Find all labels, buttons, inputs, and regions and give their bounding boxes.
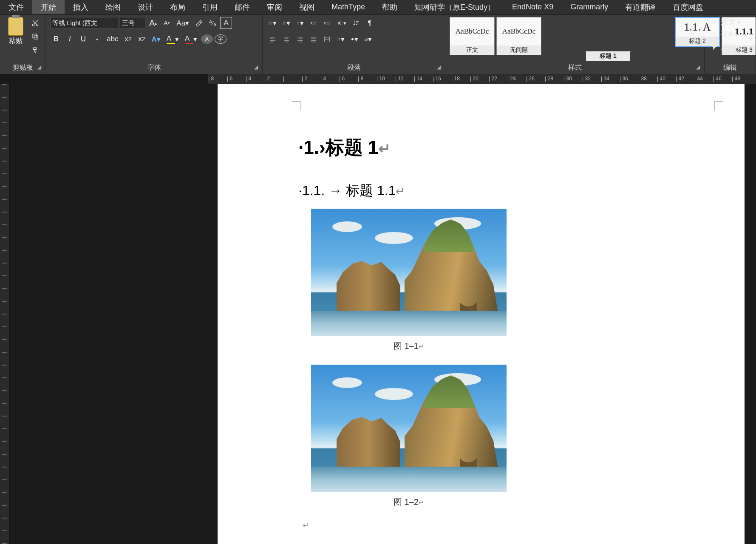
horizontal-ruler[interactable]: | 8| 6| 4| 2| | 2| 4| 6| 8| 10| 12| 14| …	[208, 74, 756, 84]
ruler-tick: | 32	[582, 76, 591, 82]
superscript-button[interactable]: x2	[136, 33, 147, 45]
highlight-button[interactable]: A▾	[164, 33, 181, 45]
multilevel-list-button[interactable]: ▾	[294, 17, 306, 29]
menu-知网研学（原E-Study）[interactable]: 知网研学（原E-Study）	[406, 0, 504, 14]
image-2[interactable]	[311, 365, 507, 492]
menu-审阅[interactable]: 审阅	[258, 0, 291, 14]
ruler-tick: | 2	[264, 76, 270, 82]
ruler-tick: | 8	[358, 76, 363, 82]
line-spacing-button[interactable]: ▾	[335, 33, 347, 45]
increase-indent-button[interactable]	[321, 17, 333, 29]
align-left-button[interactable]	[267, 33, 279, 45]
paragraph-launcher-icon[interactable]: ◢	[437, 64, 441, 70]
image-1[interactable]	[311, 209, 507, 336]
ruler-tick: | 18	[451, 76, 460, 82]
styles-launcher-icon[interactable]: ◢	[696, 64, 700, 70]
caption-2[interactable]: 图 1–2↵	[311, 496, 507, 508]
menu-设计[interactable]: 设计	[129, 0, 161, 14]
page[interactable]: ·1.›标题 1↵ ·1.1. → 标题 1.1↵ 图 1–1↵	[218, 84, 745, 544]
subscript-button[interactable]: x2	[122, 33, 134, 45]
menu-视图[interactable]: 视图	[291, 0, 323, 14]
bullets-button[interactable]: ▾	[267, 17, 279, 29]
ruler-tick: | 46	[713, 76, 722, 82]
borders-button[interactable]: ▾	[362, 33, 374, 45]
figure-2[interactable]: 图 1–2↵	[311, 365, 706, 508]
show-hide-button[interactable]: ¶	[364, 17, 376, 29]
svg-rect-3	[33, 34, 37, 38]
underline-button[interactable]: U	[77, 33, 89, 45]
align-center-button[interactable]	[280, 33, 292, 45]
font-group-label: 字体	[147, 64, 161, 71]
clear-format-button[interactable]	[193, 17, 205, 29]
vertical-ruler[interactable]	[0, 84, 9, 544]
svg-point-5	[269, 23, 270, 23]
format-painter-button[interactable]	[29, 44, 41, 56]
font-launcher-icon[interactable]: ◢	[254, 64, 258, 70]
text-effects-button[interactable]: A▾	[149, 33, 162, 45]
return-mark-icon: ↵	[419, 343, 424, 350]
style-无间隔[interactable]: AaBbCcDc无间隔	[496, 17, 541, 55]
menu-开始[interactable]: 开始	[32, 0, 65, 14]
menu-帮助[interactable]: 帮助	[374, 0, 406, 14]
ruler-tick: | 26	[526, 76, 535, 82]
asian-layout-button[interactable]: ✕ ▾	[335, 17, 348, 29]
cut-button[interactable]	[29, 17, 41, 29]
char-shading-button[interactable]: A	[201, 34, 213, 44]
return-mark-icon: ↵	[396, 185, 405, 197]
menu-Grammarly[interactable]: Grammarly	[562, 0, 617, 14]
underline-more-button[interactable]: ▾	[91, 33, 103, 45]
bold-button[interactable]: B	[50, 33, 62, 45]
phonetic-guide-button[interactable]: ᴬ⁄ₐ	[207, 17, 218, 29]
menu-插入[interactable]: 插入	[65, 0, 97, 14]
ruler-tick: | 10	[377, 76, 385, 82]
select-button[interactable]: 选择 ▾	[709, 42, 742, 52]
sort-button[interactable]	[350, 17, 362, 29]
font-family-select[interactable]	[50, 17, 118, 29]
decrease-indent-button[interactable]	[308, 17, 320, 29]
menu-有道翻译[interactable]: 有道翻译	[617, 0, 664, 14]
heading-1[interactable]: ·1.›标题 1↵	[298, 135, 706, 160]
copy-button[interactable]	[29, 31, 41, 42]
menu-百度网盘[interactable]: 百度网盘	[664, 0, 712, 14]
ruler-tick: | 38	[638, 76, 647, 82]
font-size-select[interactable]	[120, 17, 145, 29]
style-正文[interactable]: AaBbCcDc正文	[450, 17, 495, 55]
menu-EndNote X9[interactable]: EndNote X9	[504, 0, 562, 14]
italic-button[interactable]: I	[64, 33, 76, 45]
style-preview: AaBbCcDc	[450, 17, 494, 45]
distribute-button[interactable]	[321, 33, 333, 45]
menu-邮件[interactable]: 邮件	[226, 0, 258, 14]
clipboard-launcher-icon[interactable]: ◢	[37, 64, 41, 70]
paragraph-mark[interactable]: ↵	[303, 521, 706, 530]
replace-button[interactable]: 替换	[709, 29, 742, 40]
menu-MathType[interactable]: MathType	[323, 0, 374, 14]
menu-引用[interactable]: 引用	[194, 0, 226, 14]
ruler-tick: | 2	[302, 76, 307, 82]
shading-button[interactable]: ▾	[348, 33, 360, 45]
numbering-button[interactable]: 123▾	[280, 17, 292, 29]
heading-2[interactable]: ·1.1. → 标题 1.1↵	[298, 181, 706, 200]
shrink-font-button[interactable]: A▾	[161, 17, 173, 29]
style-标题 1[interactable]: 1. A标题 1	[586, 51, 631, 52]
group-styles: AaBbCcDc正文AaBbCcDc无间隔1. A标题 11.1. A标题 21…	[445, 14, 705, 74]
paste-button[interactable]: 粘贴	[4, 17, 27, 45]
menu-文件[interactable]: 文件	[0, 0, 32, 14]
clipboard-group-label: 剪贴板	[13, 64, 33, 71]
svg-point-11	[712, 20, 716, 24]
align-right-button[interactable]	[294, 33, 306, 45]
find-button[interactable]: 查找 ▾	[709, 17, 742, 28]
ruler-tick: | 16	[433, 76, 441, 82]
caption-1[interactable]: 图 1–1↵	[311, 340, 507, 352]
svg-point-4	[269, 22, 270, 22]
char-border-button[interactable]: A	[220, 17, 232, 29]
font-color-button[interactable]: A▾	[183, 33, 199, 45]
enclose-char-button[interactable]: 字	[215, 34, 227, 44]
ruler-tick: | 6	[227, 76, 232, 82]
strike-button[interactable]: abc	[105, 33, 120, 45]
menu-布局[interactable]: 布局	[161, 0, 194, 14]
grow-font-button[interactable]: A▴	[147, 17, 159, 29]
figure-1[interactable]: 图 1–1↵	[311, 209, 706, 352]
change-case-button[interactable]: Aa▾	[174, 17, 191, 29]
menu-绘图[interactable]: 绘图	[97, 0, 129, 14]
justify-button[interactable]	[308, 33, 320, 45]
